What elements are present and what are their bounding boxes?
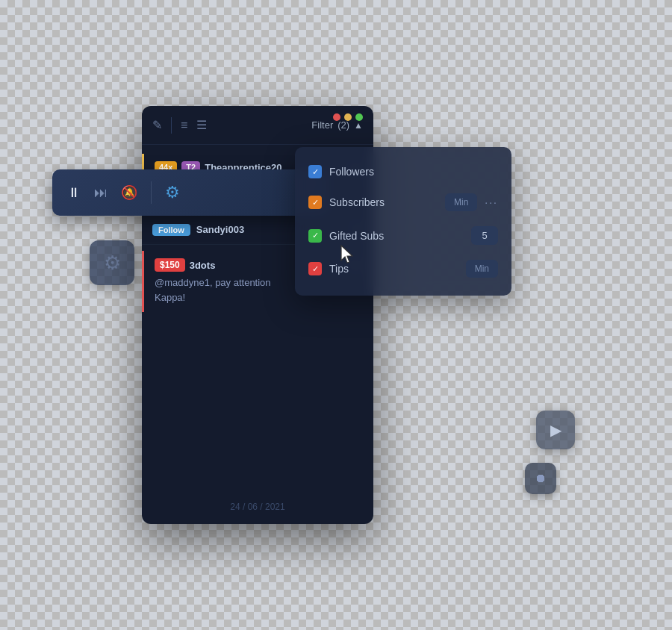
- follower-username: Sandyi003: [196, 224, 244, 235]
- filter-button[interactable]: Filter (2) ▲: [311, 119, 363, 131]
- chevron-up-icon: ▲: [354, 120, 363, 131]
- subscribers-more-icon[interactable]: ···: [485, 196, 498, 208]
- tips-min-button[interactable]: Min: [466, 260, 498, 278]
- play-widget[interactable]: ▶: [536, 411, 575, 449]
- follow-badge: Follow: [152, 224, 190, 236]
- tips-checkbox[interactable]: ✓: [308, 262, 322, 275]
- tips-label: Tips: [329, 263, 458, 275]
- filter-label: Filter: [311, 119, 333, 131]
- pause-icon[interactable]: ⏸: [67, 185, 81, 201]
- chat-window: ✎ ≡ ☰ Filter (2) ▲ 44x T2 Theapprentice2…: [142, 106, 373, 524]
- subscribers-label: Subscribers: [329, 196, 438, 208]
- subscribers-checkbox[interactable]: ✓: [308, 196, 322, 209]
- minimize-dot[interactable]: [344, 113, 352, 121]
- toggle-widget[interactable]: ⏺: [525, 463, 556, 494]
- toggle-icon: ⏺: [535, 472, 547, 485]
- tip-badge: $150: [155, 258, 185, 272]
- gifted-subs-label: Gifted Subs: [329, 230, 464, 242]
- followers-checkbox[interactable]: ✓: [308, 165, 322, 178]
- forward-icon[interactable]: ⏭: [94, 185, 108, 201]
- filter-panel: ✓ Followers ✓ Subscribers Min ··· ✓ Gift…: [295, 147, 511, 296]
- followers-label: Followers: [329, 166, 498, 178]
- tip-username: 3dots: [190, 260, 216, 271]
- maximize-dot[interactable]: [355, 113, 363, 121]
- bell-mute-icon[interactable]: 🔕: [121, 184, 137, 201]
- filter-row-tips: ✓ Tips Min: [295, 252, 511, 285]
- window-controls: [333, 113, 363, 121]
- filter-count: (2): [337, 119, 349, 131]
- gifted-subs-value: 5: [471, 226, 498, 245]
- toolbar: ⏸ ⏭ 🔕 ⚙: [52, 169, 329, 216]
- gifted-subs-checkbox[interactable]: ✓: [308, 229, 322, 243]
- gear-icon: ⚙: [104, 252, 121, 275]
- filter-row-subscribers: ✓ Subscribers Min ···: [295, 186, 511, 219]
- gear-widget-left[interactable]: ⚙: [90, 240, 134, 285]
- compact-view-icon[interactable]: ☰: [196, 118, 207, 132]
- window-header: ✎ ≡ ☰ Filter (2) ▲: [142, 106, 373, 145]
- play-icon: ▶: [550, 421, 561, 439]
- settings-gear-icon[interactable]: ⚙: [165, 183, 180, 202]
- date-footer: 24 / 06 / 2021: [142, 502, 373, 512]
- subscribers-min-button[interactable]: Min: [445, 193, 477, 211]
- header-divider: [171, 117, 172, 134]
- filter-row-followers: ✓ Followers: [295, 158, 511, 186]
- toolbar-divider: [151, 181, 152, 204]
- compose-icon[interactable]: ✎: [152, 118, 162, 132]
- list-view-icon[interactable]: ≡: [181, 119, 187, 132]
- scene: ⚙ ✎ ≡ ☰ Filter (2) ▲ 44x: [75, 61, 597, 569]
- filter-row-gifted-subs: ✓ Gifted Subs 5: [295, 219, 511, 252]
- close-dot[interactable]: [333, 113, 340, 121]
